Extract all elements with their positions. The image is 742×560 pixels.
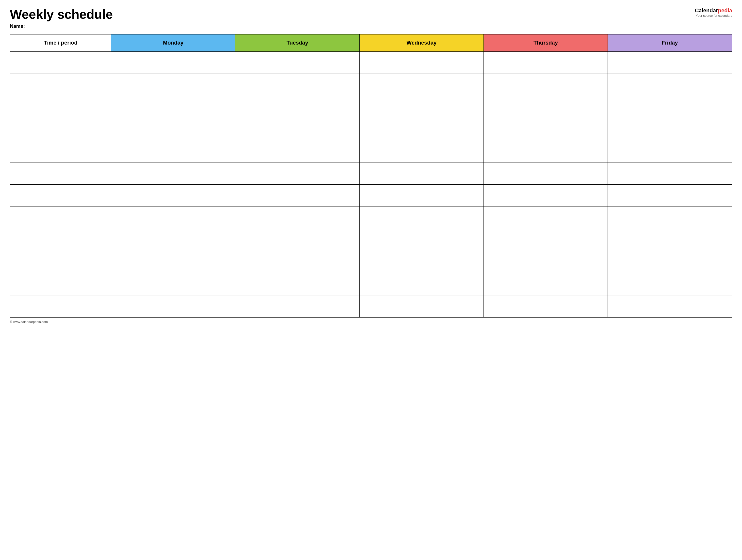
schedule-cell[interactable] xyxy=(608,51,732,73)
title-section: Weekly schedule Name: xyxy=(10,7,113,29)
schedule-cell[interactable] xyxy=(235,118,360,140)
table-row xyxy=(10,96,732,118)
schedule-cell[interactable] xyxy=(111,184,235,207)
schedule-cell[interactable] xyxy=(235,273,360,295)
table-row xyxy=(10,229,732,251)
table-row xyxy=(10,73,732,96)
schedule-cell[interactable] xyxy=(235,51,360,73)
schedule-cell[interactable] xyxy=(111,295,235,317)
table-header-row: Time / period Monday Tuesday Wednesday T… xyxy=(10,34,732,51)
table-row xyxy=(10,251,732,273)
logo-subtitle: Your source for calendars xyxy=(696,14,732,17)
time-cell[interactable] xyxy=(10,251,111,273)
schedule-cell[interactable] xyxy=(111,140,235,162)
col-header-friday: Friday xyxy=(608,34,732,51)
schedule-cell[interactable] xyxy=(360,51,483,73)
schedule-cell[interactable] xyxy=(483,273,607,295)
footer: © www.calendarpedia.com xyxy=(10,320,732,324)
schedule-cell[interactable] xyxy=(235,207,360,229)
schedule-cell[interactable] xyxy=(360,162,483,184)
time-cell[interactable] xyxy=(10,184,111,207)
schedule-cell[interactable] xyxy=(360,73,483,96)
time-cell[interactable] xyxy=(10,273,111,295)
schedule-cell[interactable] xyxy=(235,229,360,251)
schedule-cell[interactable] xyxy=(483,295,607,317)
schedule-cell[interactable] xyxy=(360,184,483,207)
schedule-cell[interactable] xyxy=(360,295,483,317)
time-cell[interactable] xyxy=(10,118,111,140)
schedule-cell[interactable] xyxy=(608,184,732,207)
name-label: Name: xyxy=(10,23,113,29)
schedule-table: Time / period Monday Tuesday Wednesday T… xyxy=(10,34,732,318)
time-cell[interactable] xyxy=(10,295,111,317)
schedule-cell[interactable] xyxy=(235,96,360,118)
schedule-cell[interactable] xyxy=(235,295,360,317)
col-header-wednesday: Wednesday xyxy=(360,34,483,51)
schedule-cell[interactable] xyxy=(608,118,732,140)
schedule-cell[interactable] xyxy=(483,184,607,207)
schedule-cell[interactable] xyxy=(235,251,360,273)
schedule-cell[interactable] xyxy=(608,229,732,251)
time-cell[interactable] xyxy=(10,140,111,162)
schedule-cell[interactable] xyxy=(608,273,732,295)
time-cell[interactable] xyxy=(10,73,111,96)
time-cell[interactable] xyxy=(10,207,111,229)
schedule-body xyxy=(10,51,732,317)
schedule-cell[interactable] xyxy=(608,295,732,317)
schedule-cell[interactable] xyxy=(111,118,235,140)
page-title: Weekly schedule xyxy=(10,7,113,21)
schedule-cell[interactable] xyxy=(111,229,235,251)
time-cell[interactable] xyxy=(10,162,111,184)
schedule-cell[interactable] xyxy=(483,96,607,118)
table-row xyxy=(10,51,732,73)
col-header-thursday: Thursday xyxy=(483,34,607,51)
schedule-cell[interactable] xyxy=(483,51,607,73)
logo-accent: pedia xyxy=(718,7,732,13)
schedule-cell[interactable] xyxy=(360,118,483,140)
schedule-cell[interactable] xyxy=(483,162,607,184)
schedule-cell[interactable] xyxy=(235,184,360,207)
schedule-cell[interactable] xyxy=(483,251,607,273)
logo-area: Calendarpedia Your source for calendars xyxy=(695,7,732,17)
schedule-cell[interactable] xyxy=(235,162,360,184)
schedule-cell[interactable] xyxy=(360,251,483,273)
schedule-cell[interactable] xyxy=(483,229,607,251)
schedule-cell[interactable] xyxy=(111,273,235,295)
schedule-cell[interactable] xyxy=(360,140,483,162)
schedule-cell[interactable] xyxy=(360,96,483,118)
schedule-cell[interactable] xyxy=(360,207,483,229)
schedule-cell[interactable] xyxy=(235,73,360,96)
schedule-cell[interactable] xyxy=(608,140,732,162)
table-row xyxy=(10,295,732,317)
schedule-cell[interactable] xyxy=(608,162,732,184)
schedule-cell[interactable] xyxy=(608,73,732,96)
col-header-time: Time / period xyxy=(10,34,111,51)
table-row xyxy=(10,140,732,162)
schedule-cell[interactable] xyxy=(111,96,235,118)
schedule-cell[interactable] xyxy=(483,73,607,96)
time-cell[interactable] xyxy=(10,51,111,73)
table-row xyxy=(10,207,732,229)
schedule-cell[interactable] xyxy=(608,96,732,118)
schedule-cell[interactable] xyxy=(111,73,235,96)
schedule-cell[interactable] xyxy=(483,118,607,140)
time-cell[interactable] xyxy=(10,96,111,118)
schedule-cell[interactable] xyxy=(111,162,235,184)
schedule-cell[interactable] xyxy=(483,140,607,162)
table-row xyxy=(10,273,732,295)
schedule-cell[interactable] xyxy=(111,51,235,73)
col-header-tuesday: Tuesday xyxy=(235,34,360,51)
page-container: Weekly schedule Name: Calendarpedia Your… xyxy=(10,7,732,324)
schedule-cell[interactable] xyxy=(111,251,235,273)
schedule-cell[interactable] xyxy=(360,273,483,295)
logo-text: Calendarpedia xyxy=(695,7,732,14)
table-row xyxy=(10,162,732,184)
schedule-cell[interactable] xyxy=(235,140,360,162)
col-header-monday: Monday xyxy=(111,34,235,51)
schedule-cell[interactable] xyxy=(111,207,235,229)
schedule-cell[interactable] xyxy=(483,207,607,229)
time-cell[interactable] xyxy=(10,229,111,251)
schedule-cell[interactable] xyxy=(360,229,483,251)
schedule-cell[interactable] xyxy=(608,251,732,273)
schedule-cell[interactable] xyxy=(608,207,732,229)
